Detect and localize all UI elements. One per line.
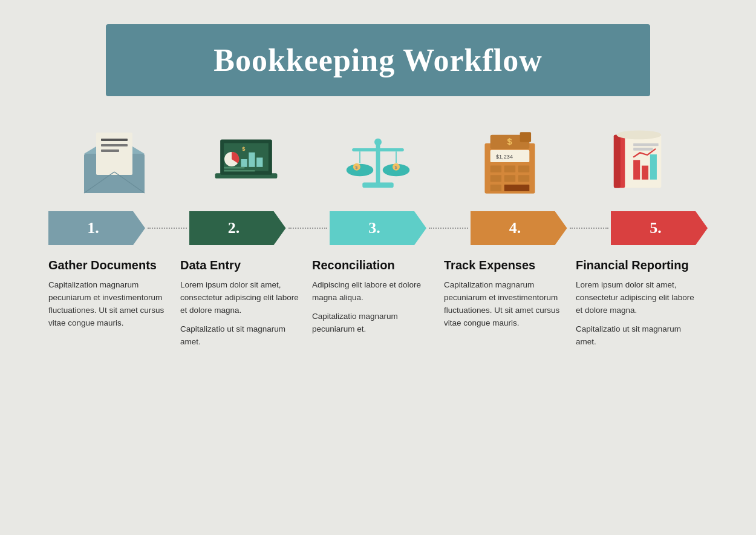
step-number-3: 3. (368, 219, 380, 237)
step-para2-3: Capitalizatio magnarum pecuniarum et. (312, 310, 432, 336)
step-connector-1 (148, 228, 187, 229)
svg-text:$: $ (355, 165, 358, 170)
arrow-body-3: 3. (330, 211, 426, 245)
step-para1-2: Lorem ipsum dolor sit amet, consectetur … (180, 279, 300, 317)
svg-point-25 (374, 139, 382, 146)
svg-rect-33 (520, 132, 531, 142)
content-cell-1: Gather Documents Capitalization magnarum… (48, 257, 180, 355)
content-cell-5: Financial Reporting Lorem ipsum dolor si… (576, 257, 708, 355)
svg-rect-49 (650, 154, 657, 180)
svg-rect-11 (249, 153, 255, 167)
svg-rect-39 (518, 175, 529, 182)
svg-rect-36 (518, 166, 529, 172)
arrow-body-4: 4. (471, 211, 567, 245)
step-arrow-1: 1. (48, 211, 145, 245)
step-number-2: 2. (228, 219, 240, 237)
arrow-body-1: 1. (48, 211, 145, 245)
svg-rect-35 (504, 166, 515, 172)
svg-text:$: $ (242, 145, 246, 152)
step-item-3: 3. (330, 211, 426, 245)
icon-data-entry: $ (186, 120, 307, 199)
svg-rect-4 (101, 144, 128, 146)
step-arrow-3: 3. (330, 211, 426, 245)
step-item-1: 1. (48, 211, 145, 245)
icon-gather-documents (54, 120, 175, 199)
svg-rect-12 (256, 157, 262, 166)
icon-track-expenses: $ $1,234 (449, 120, 570, 199)
step-arrow-2: 2. (189, 211, 286, 245)
step-connector-2 (288, 228, 328, 229)
svg-rect-40 (490, 185, 501, 191)
svg-text:$: $ (394, 165, 397, 170)
svg-rect-41 (504, 185, 530, 191)
step-title-3: Reconciliation (312, 257, 432, 273)
step-item-2: 2. (189, 211, 286, 245)
arrow-body-2: 2. (189, 211, 286, 245)
step-item-5: 5. (611, 211, 708, 245)
icon-financial-reporting (581, 120, 702, 199)
step-para1-3: Adipiscing elit labore et dolore magna a… (312, 279, 432, 304)
svg-point-52 (616, 130, 661, 139)
svg-text:$1,234: $1,234 (496, 154, 513, 160)
steps-row: 1. 2. 3. 4. (36, 211, 720, 245)
content-row: Gather Documents Capitalization magnarum… (36, 257, 720, 355)
content-cell-2: Data Entry Lorem ipsum dolor sit amet, c… (180, 257, 312, 355)
svg-rect-5 (101, 149, 119, 152)
step-para1-5: Lorem ipsum dolor sit amet, consectetur … (576, 279, 696, 317)
svg-rect-34 (490, 166, 501, 172)
step-para2-2: Capitalizatio ut sit magnarum amet. (180, 323, 300, 349)
step-title-1: Gather Documents (48, 257, 168, 273)
svg-rect-16 (224, 167, 244, 169)
header-banner: Bookkeeping Workflow (106, 24, 650, 96)
step-connector-4 (570, 228, 609, 229)
step-title-2: Data Entry (180, 257, 300, 273)
step-number-5: 5. (650, 219, 662, 237)
svg-rect-13 (241, 159, 247, 167)
svg-rect-38 (504, 175, 515, 182)
workflow-container: $ (36, 120, 720, 355)
svg-rect-19 (362, 183, 393, 188)
svg-rect-48 (642, 166, 648, 180)
content-cell-3: Reconciliation Adipiscing elit labore et… (312, 257, 444, 355)
step-arrow-4: 4. (471, 211, 567, 245)
svg-rect-3 (101, 139, 128, 141)
svg-rect-17 (224, 170, 255, 172)
content-cell-4: Track Expenses Capitalization magnarum p… (444, 257, 576, 355)
svg-text:$: $ (507, 137, 512, 146)
arrow-body-5: 5. (611, 211, 708, 245)
step-number-1: 1. (87, 219, 99, 237)
svg-rect-46 (614, 135, 621, 188)
step-item-4: 4. (471, 211, 567, 245)
svg-rect-47 (633, 160, 640, 179)
step-para1-4: Capitalization magnarum pecuniarum et in… (444, 279, 564, 330)
svg-rect-51 (633, 148, 653, 151)
svg-rect-37 (490, 175, 501, 182)
page-title: Bookkeeping Workflow (130, 42, 626, 78)
step-title-4: Track Expenses (444, 257, 564, 273)
step-number-4: 4. (509, 219, 521, 237)
svg-rect-50 (633, 143, 659, 146)
step-arrow-5: 5. (611, 211, 708, 245)
step-title-5: Financial Reporting (576, 257, 696, 273)
step-para1-1: Capitalization magnarum pecuniarum et in… (48, 279, 168, 330)
svg-rect-20 (352, 148, 404, 151)
step-connector-3 (429, 228, 468, 229)
step-para2-5: Capitalizatio ut sit magnarum amet. (576, 323, 696, 349)
icon-reconciliation: $ $ (318, 120, 438, 199)
icons-row: $ (36, 120, 720, 199)
